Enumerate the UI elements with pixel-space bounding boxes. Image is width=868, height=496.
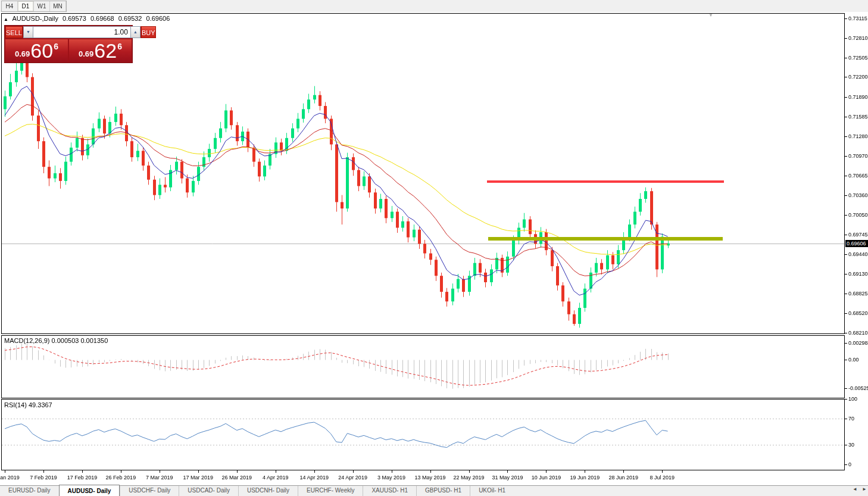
terminal-window: H4D1W1MN ▲ AUDUSD-,Daily 0.69573 0.69668… — [0, 0, 868, 496]
macd-axis-tick: -0.00525 — [848, 385, 868, 391]
collapse-panel-icon[interactable]: ▲ — [4, 17, 8, 22]
one-click-trading-panel: SELL ▼ ▲ BUY 0.69 60 6 0.69 62 6 — [4, 25, 133, 63]
date-axis-label: 17 Feb 2019 — [63, 475, 101, 481]
rsi-axis-tick: 100 — [848, 396, 857, 402]
macd-label: MACD(12,26,9) 0.000503 0.001350 — [4, 337, 108, 344]
date-axis-label: 3 May 2019 — [373, 475, 411, 481]
chart-tab[interactable]: USDCNH- Daily — [238, 486, 298, 496]
ohlc-open: 0.69573 — [63, 15, 86, 22]
price-axis-tick: 0.71280 — [848, 133, 868, 139]
rsi-axis-tick: 0 — [848, 461, 851, 467]
rsi-name: RSI(14) — [4, 401, 27, 408]
price-axis-tick: 0.68520 — [848, 310, 868, 316]
buy-price-big: 62 — [94, 40, 117, 61]
macd-value: 0.000503 — [51, 337, 79, 344]
tab-nav: ◄ ► — [849, 486, 867, 492]
rsi-axis-tick: 30 — [848, 442, 854, 448]
date-axis-label: 22 May 2019 — [450, 475, 488, 481]
price-axis-tick: 0.73115 — [848, 15, 867, 21]
date-axis-label: 19 Jun 2019 — [566, 475, 604, 481]
price-axis-tick: 0.72200 — [848, 74, 868, 80]
rsi-label: RSI(14) 49.3367 — [4, 401, 52, 408]
sell-price-base: 0.69 — [15, 49, 30, 58]
date-axis-label: 28 Jun 2019 — [604, 475, 642, 481]
chart-tab[interactable]: USDCHF- Daily — [120, 486, 179, 496]
date-axis-label: 17 Mar 2019 — [179, 475, 217, 481]
date-axis-label: 26 Mar 2019 — [218, 475, 256, 481]
chart-tab-bar: EURUSD- DailyAUDUSD- DailyUSDCHF- DailyU… — [0, 485, 868, 496]
timeframe-button-w1[interactable]: W1 — [34, 1, 50, 11]
symbol-period-label: AUDUSD-,Daily — [12, 15, 58, 22]
ohlc-low: 0.69532 — [118, 15, 142, 22]
volume-input[interactable] — [33, 26, 130, 38]
date-axis-label: 24 Apr 2019 — [334, 475, 372, 481]
date-axis-label: 14 Apr 2019 — [295, 475, 333, 481]
price-axis-tick: 0.72505 — [848, 55, 868, 61]
current-price-tag: 0.69606 — [845, 240, 868, 247]
buy-price-sup: 6 — [117, 42, 122, 51]
price-axis-tick: 0.68825 — [848, 291, 868, 297]
date-axis-label: 7 Feb 2019 — [24, 475, 63, 481]
chart-tab[interactable]: EURCHF- Weekly — [298, 486, 363, 496]
sell-price-big: 60 — [30, 40, 53, 61]
price-axis-tick: 0.70360 — [848, 192, 868, 198]
volume-stepper: ▼ ▲ — [23, 26, 141, 38]
date-axis-label: 7 Mar 2019 — [140, 475, 179, 481]
macd-signal-value: 0.001350 — [80, 337, 108, 344]
sell-price-sup: 6 — [54, 42, 58, 51]
chart-canvas[interactable] — [0, 0, 868, 496]
volume-decrease-button[interactable]: ▼ — [23, 26, 33, 38]
chart-tab[interactable]: GBPUSD- H1 — [416, 486, 470, 496]
timeframe-button-group: H4D1W1MN — [1, 1, 67, 12]
date-axis-label: 4 Apr 2019 — [257, 475, 295, 481]
chart-title: ▲ AUDUSD-,Daily 0.69573 0.69668 0.69532 … — [4, 15, 172, 22]
timeframe-toolbar: H4D1W1MN — [0, 0, 868, 12]
ohlc-high: 0.69668 — [90, 15, 114, 22]
macd-axis-tick: 0.002984 — [848, 340, 868, 346]
price-axis-tick: 0.72810 — [848, 35, 868, 41]
sell-price-box[interactable]: 0.69 60 6 — [5, 39, 68, 62]
volume-increase-button[interactable]: ▲ — [130, 26, 140, 38]
date-axis-label: 10 Jun 2019 — [527, 475, 565, 481]
macd-axis-tick: 0.00 — [848, 357, 859, 363]
buy-price-base: 0.69 — [79, 49, 93, 58]
buy-price-box[interactable]: 0.69 62 6 — [69, 39, 132, 62]
sell-button[interactable]: SELL — [5, 26, 23, 38]
date-axis-label: 8 Jul 2019 — [643, 475, 681, 481]
chart-tab[interactable]: XAUUSD- H1 — [363, 486, 416, 496]
price-axis-tick: 0.69440 — [848, 251, 868, 257]
price-axis-tick: 0.71890 — [848, 94, 868, 100]
date-axis-label: 29 Jan 2019 — [0, 475, 24, 481]
date-axis-label: 26 Feb 2019 — [102, 475, 140, 481]
price-axis-tick: 0.68210 — [848, 330, 868, 336]
buy-button[interactable]: BUY — [141, 26, 156, 38]
chart-tab[interactable]: UKOil- H1 — [470, 486, 514, 496]
date-axis-label: 31 May 2019 — [488, 475, 526, 481]
price-axis-tick: 0.70665 — [848, 173, 868, 179]
price-axis-tick: 0.70970 — [848, 153, 868, 159]
timeframe-button-h4[interactable]: H4 — [2, 1, 18, 11]
price-axis-tick: 0.69745 — [848, 232, 868, 238]
price-axis-tick: 0.70050 — [848, 212, 868, 218]
timeframe-button-mn[interactable]: MN — [50, 1, 66, 11]
chart-tab[interactable]: USDCAD- Daily — [179, 486, 238, 496]
chart-shift-marker-icon[interactable]: ▼ — [708, 13, 713, 18]
tab-scroll-left-icon[interactable]: ◄ — [853, 486, 857, 492]
rsi-value: 49.3367 — [29, 401, 52, 408]
macd-name: MACD(12,26,9) — [4, 337, 49, 344]
price-axis-tick: 0.71585 — [848, 114, 868, 120]
date-axis-label: 13 May 2019 — [411, 475, 449, 481]
chart-tab[interactable]: EURUSD- Daily — [0, 486, 59, 496]
ohlc-close: 0.69606 — [146, 15, 170, 22]
timeframe-button-d1[interactable]: D1 — [18, 1, 34, 11]
rsi-axis-tick: 70 — [848, 416, 854, 422]
tab-scroll-right-icon[interactable]: ► — [862, 486, 867, 492]
price-axis-tick: 0.69130 — [848, 271, 868, 277]
chart-tab[interactable]: AUDUSD- Daily — [59, 485, 120, 496]
